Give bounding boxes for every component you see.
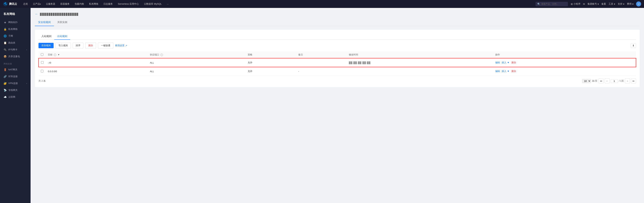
sidebar-item-vpn[interactable]: 🔐 VPN连接 › [0, 80, 30, 87]
directconnect-icon: 📡 [4, 89, 6, 92]
download-button[interactable]: ⬇ [631, 43, 636, 48]
mail-btn[interactable]: ✉ [583, 3, 585, 6]
page-first-button[interactable]: ⏮ [598, 78, 604, 84]
col-target: 目标 i ▼ [46, 51, 137, 58]
col-remark: 备注 [296, 51, 347, 58]
filing-btn[interactable]: 备案 [601, 2, 606, 6]
search-icon: 🔍 [537, 3, 540, 6]
table-row: 0.0.0.0/0 ALL 允许 - 编辑 插入 ▼ 删除 [39, 67, 636, 76]
edit-link-2[interactable]: 编辑 [495, 70, 500, 72]
add-rule-button[interactable]: 添加规则 [38, 43, 54, 48]
chevron-down-icon-tools: ▾ [614, 3, 615, 6]
table-row: ::/0 ALL 允许 ██.██.██ ██:██ 编辑 插入 ▼ 删除 [39, 58, 636, 67]
sidebar-item-ipnic[interactable]: 🔌 IP与网卡 › [0, 46, 30, 53]
chevron-right-icon-vpn: › [26, 82, 27, 84]
sub-tabs: 入站规则 出站规则 [38, 33, 636, 40]
sub-tab-inbound[interactable]: 入站规则 [38, 33, 54, 40]
search-placeholder: 搜索产品、文档... [541, 2, 558, 6]
row-actions-2: 编辑 插入 ▼ 删除 [493, 67, 636, 76]
sidebar-item-routetable[interactable]: 📋 路由表 [0, 40, 30, 46]
sidebar-title: 私有网络 [0, 11, 30, 19]
row-checkbox-1[interactable] [41, 61, 44, 64]
routetable-icon: 📋 [4, 42, 6, 44]
nav-overview[interactable]: 总览 [21, 0, 30, 8]
mini-program-icon: ⊞ [571, 3, 573, 6]
nav-vpc[interactable]: 私有网络 [86, 0, 101, 8]
table-body: ::/0 ALL 允许 ██.██.██ ██:██ 编辑 插入 ▼ 删除 [39, 58, 636, 76]
tools-btn[interactable]: 工具 ▾ [608, 2, 615, 6]
page-next-button[interactable]: › [625, 78, 630, 84]
group-account-btn[interactable]: 集团账号 ▾ [588, 2, 599, 6]
page-last-button[interactable]: ⏭ [631, 78, 636, 84]
support-btn[interactable]: 支持 ▾ [618, 2, 624, 6]
user-avatar[interactable]: U [636, 2, 641, 6]
row-policy-1: 允许 [246, 58, 296, 67]
sort-button[interactable]: 排序 [73, 43, 84, 48]
target-info-icon[interactable]: i [54, 54, 56, 56]
row-target-1: ::/0 [46, 58, 137, 67]
page-size-select[interactable]: 10 20 50 [582, 79, 591, 83]
tab-security-rules[interactable]: 安全组规则 [35, 19, 54, 26]
main-tabs: 安全组规则 关联实例 [35, 19, 640, 26]
nav-tke[interactable]: 容器服务 [58, 0, 72, 8]
sidebar-item-subnet[interactable]: 🌐 子网 [0, 32, 30, 40]
cost-btn[interactable]: 费用 ▾ [627, 2, 634, 6]
sidebar-item-ccn[interactable]: ☁️ 云联网 [0, 94, 30, 100]
vpc-icon: 🔒 [4, 28, 6, 30]
insert-link-2[interactable]: 插入 [502, 70, 506, 72]
main-content: ← ██████████████████ 安全组规则 关联实例 入站规则 出站规… [30, 8, 644, 203]
page-number-input[interactable] [611, 79, 618, 83]
logo[interactable]: 腾讯云 [3, 2, 17, 6]
select-all-checkbox[interactable] [41, 53, 43, 56]
page-size-label: 条/页 [592, 79, 598, 82]
col-protocol: 协议端口 i [148, 51, 246, 58]
nav-mysql[interactable]: 云数据库 MySQL [142, 0, 164, 8]
nat-icon: 🚪 [4, 68, 6, 71]
ipnic-icon: 🔌 [4, 48, 6, 51]
protocol-info-icon[interactable]: i [160, 54, 163, 56]
sub-tab-outbound[interactable]: 出站规则 [54, 33, 70, 40]
insert-link-1[interactable]: 插入 [502, 61, 506, 64]
mini-program-btn[interactable]: ⊞ 小程序 [571, 2, 580, 6]
back-button[interactable]: ← [35, 12, 38, 16]
mail-icon: ✉ [583, 3, 585, 6]
chevron-down-icon: ▾ [598, 3, 599, 6]
nav-cls[interactable]: 日志服务 [101, 0, 115, 8]
teach-setting-link[interactable]: 教我设置 ↗ [115, 44, 127, 47]
nav-cvm[interactable]: 云服务器 [43, 0, 58, 8]
total-pages-label: / 1页 [619, 79, 624, 82]
edit-link-1[interactable]: 编辑 [495, 61, 500, 64]
delete-button[interactable]: 删除 [85, 43, 96, 48]
vpn-icon: 🔐 [4, 82, 6, 85]
import-rule-button[interactable]: 导入规则 [56, 43, 71, 48]
sidebar-item-bandwidth[interactable]: 📦 共享流量包 [0, 53, 30, 60]
nav-products[interactable]: 云产品 [30, 0, 43, 8]
target-filter-icon[interactable]: ▼ [58, 54, 60, 56]
main-layout: 私有网络 ◈ 网络拓扑 🔒 私有网络 🌐 子网 📋 路由表 🔌 IP与网卡 › … [0, 8, 644, 203]
sidebar-item-vpc[interactable]: 🔒 私有网络 [0, 26, 30, 32]
svg-point-1 [5, 2, 6, 3]
sidebar-item-topology[interactable]: ◈ 网络拓扑 [0, 19, 30, 26]
nav-clb[interactable]: 负载均衡 [72, 0, 86, 8]
table-header: 目标 i ▼ 协议端口 i 策略 备注 修改时间 操作 [39, 51, 636, 58]
pagination: 10 20 50 条/页 ⏮ ‹ / 1页 › ⏭ [582, 78, 636, 84]
chevron-right-icon-ipnic: › [26, 49, 27, 51]
nav-more[interactable]: ··· [164, 0, 171, 8]
col-modify-time: 修改时间 [347, 51, 493, 58]
one-click-through-button[interactable]: 一键放通 [98, 43, 113, 48]
page-prev-button[interactable]: ‹ [604, 78, 610, 84]
row-checkbox-2[interactable] [41, 70, 43, 72]
sidebar-item-nat[interactable]: 🚪 NAT网关 [0, 66, 30, 73]
sidebar-item-directconnect[interactable]: 📡 专线网关 [0, 87, 30, 94]
delete-link-1[interactable]: 删除 [512, 61, 516, 64]
row-protocol-1: ALL [148, 58, 246, 67]
nav-serverless[interactable]: Serverless 应用中心 [115, 0, 142, 8]
sidebar-item-peering[interactable]: 🔗 对等连接 [0, 73, 30, 80]
insert-arrow-icon-2: ▼ [507, 70, 510, 72]
delete-link-2[interactable]: 删除 [512, 70, 516, 72]
bandwidth-icon: 📦 [4, 55, 6, 58]
row-policy-2: 允许 [246, 67, 296, 76]
tab-associated-instances[interactable]: 关联实例 [54, 19, 70, 26]
subnet-icon: 🌐 [4, 34, 6, 38]
search-bar[interactable]: 🔍 搜索产品、文档... [536, 2, 568, 6]
